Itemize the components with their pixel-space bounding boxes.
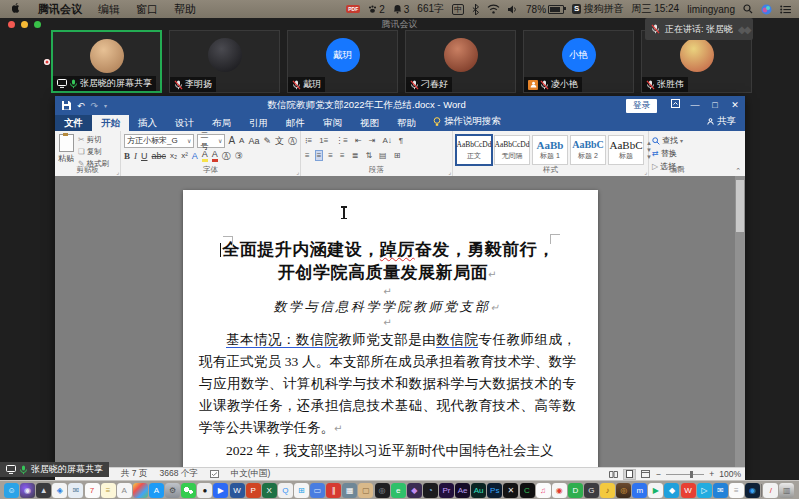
ribbon-display-options-icon[interactable] bbox=[665, 96, 685, 115]
paw-status-icon[interactable]: 2 bbox=[368, 4, 385, 15]
participant-tile[interactable]: 小艳凌小艳 bbox=[523, 30, 634, 93]
line-spacing-button[interactable]: ⇅ bbox=[364, 151, 373, 160]
spotlight-search-icon[interactable] bbox=[743, 4, 753, 14]
dock-display-prefs[interactable]: ▭ bbox=[310, 483, 325, 498]
zoom-out-button[interactable]: − bbox=[656, 469, 661, 479]
font-dialog-launcher[interactable]: ⌟ bbox=[296, 168, 299, 175]
dock-premiere[interactable]: Pr bbox=[439, 483, 454, 498]
volume-icon[interactable] bbox=[508, 5, 518, 14]
document-page[interactable]: 全面提升内涵建设，踔厉奋发，勇毅前行， 开创学院高质量发展新局面↵ ↵ 数学与信… bbox=[183, 190, 598, 467]
participant-tile[interactable]: 李明扬 bbox=[169, 30, 280, 93]
battery-indicator[interactable]: 78% bbox=[526, 4, 564, 15]
character-shading-button[interactable]: Ⓐ bbox=[222, 150, 231, 162]
language-status[interactable]: 中文(中国) bbox=[231, 468, 271, 480]
participant-tile[interactable]: 张居晓的屏幕共享 bbox=[51, 30, 162, 93]
style-card-标题 2[interactable]: AaBbC标题 2 bbox=[570, 135, 606, 165]
increase-indent-button[interactable]: ⇥ bbox=[368, 136, 377, 145]
bell-status-icon[interactable]: 3 bbox=[393, 4, 410, 15]
style-card-正文[interactable]: AaBbCcDd正文 bbox=[456, 135, 492, 165]
dock-mail[interactable]: ✉ bbox=[68, 483, 83, 498]
dock-itunes[interactable]: ♫ bbox=[536, 483, 551, 498]
dock-pdf-reader[interactable]: / bbox=[763, 483, 778, 498]
read-mode-icon[interactable] bbox=[608, 470, 619, 479]
participant-tile[interactable]: 刁春好 bbox=[405, 30, 516, 93]
dock-docs-app[interactable]: ≡ bbox=[729, 483, 744, 498]
dock-textedit[interactable]: A bbox=[117, 483, 132, 498]
dock-cinema4d[interactable]: ◔ bbox=[423, 483, 438, 498]
tab-开始[interactable]: 开始 bbox=[92, 115, 129, 131]
font-name-combo[interactable]: 方正小标宋_G∨ bbox=[124, 134, 194, 148]
tab-文件[interactable]: 文件 bbox=[55, 115, 92, 131]
phonetic-guide-button[interactable]: 文 bbox=[275, 135, 284, 147]
dock-green-swirl-app[interactable]: e bbox=[391, 483, 406, 498]
pdf-menubar-icon[interactable]: PDF bbox=[346, 5, 360, 13]
paragraph-dialog-launcher[interactable]: ⌟ bbox=[448, 168, 451, 175]
clear-format-button[interactable]: ✎ bbox=[263, 135, 271, 147]
underline-button[interactable]: U bbox=[141, 150, 148, 162]
dock-media-player[interactable]: ◉ bbox=[745, 483, 760, 498]
participant-tile[interactable]: 戴玥戴玥 bbox=[287, 30, 398, 93]
tab-邮件[interactable]: 邮件 bbox=[277, 115, 314, 131]
tab-设计[interactable]: 设计 bbox=[166, 115, 203, 131]
dock-microsoft-app[interactable]: ⊞ bbox=[294, 483, 309, 498]
dock-mindmap-app[interactable]: m bbox=[632, 483, 647, 498]
signin-button[interactable]: 登录 bbox=[626, 99, 657, 113]
superscript-button[interactable]: x² bbox=[181, 150, 188, 162]
bullets-button[interactable]: ⁝≡ bbox=[304, 136, 313, 145]
cut-button[interactable]: ✂ 剪切 bbox=[78, 135, 109, 145]
dock-calendar[interactable]: 7 bbox=[85, 483, 100, 498]
dock-photoshop[interactable]: Ps bbox=[487, 483, 502, 498]
print-layout-icon[interactable] bbox=[624, 470, 635, 479]
dock-after-effects[interactable]: Ae bbox=[455, 483, 470, 498]
tellme-box[interactable]: 操作说明搜索 bbox=[425, 115, 509, 131]
align-right-button[interactable]: ≡ bbox=[327, 151, 334, 160]
undo-icon[interactable]: ↶ bbox=[77, 101, 85, 111]
save-icon[interactable] bbox=[62, 101, 71, 110]
dock-qq[interactable]: ● bbox=[197, 483, 212, 498]
menu-app-name[interactable]: 腾讯会议 bbox=[38, 0, 82, 18]
dock-system-preferences[interactable]: ⚙ bbox=[165, 483, 180, 498]
strikethrough-button[interactable]: abc bbox=[152, 150, 167, 162]
dock-tencent-video[interactable]: ▶ bbox=[648, 483, 663, 498]
dock-pdf-expert[interactable]: ◉ bbox=[552, 483, 567, 498]
close-window-button[interactable] bbox=[8, 21, 15, 28]
copy-button[interactable]: ❏ 复制 bbox=[78, 147, 109, 157]
dock-wps[interactable]: W bbox=[681, 483, 696, 498]
style-card-标题[interactable]: AaBbC标题 bbox=[608, 135, 644, 165]
close-button[interactable]: ✕ bbox=[725, 96, 745, 115]
numbering-button[interactable]: 1≡ bbox=[318, 136, 329, 145]
collapse-ribbon-icon[interactable]: ⌃ bbox=[735, 167, 741, 175]
replace-button[interactable]: ⇄替换 bbox=[652, 148, 702, 159]
share-button[interactable]: 共享 bbox=[698, 115, 745, 131]
minimize-window-button[interactable] bbox=[21, 21, 28, 28]
ime-status-icon[interactable]: 中 bbox=[452, 4, 464, 15]
italic-button[interactable]: I bbox=[134, 150, 137, 162]
dock-finder[interactable]: ☺ bbox=[4, 483, 19, 498]
text-effects-button[interactable]: A bbox=[192, 150, 198, 162]
siri-menubar-icon[interactable] bbox=[761, 4, 772, 15]
dock-audition[interactable]: Au bbox=[471, 483, 486, 498]
decrease-indent-button[interactable]: ⇤ bbox=[354, 136, 363, 145]
apple-menu-icon[interactable] bbox=[12, 3, 22, 15]
zoom-slider-thumb[interactable] bbox=[690, 471, 693, 478]
dock-dark-circle-app[interactable]: ◎ bbox=[375, 483, 390, 498]
scrollbar-thumb[interactable] bbox=[736, 180, 744, 232]
dock-black-editor-app[interactable]: ✕ bbox=[503, 483, 518, 498]
grow-font-button[interactable]: A bbox=[228, 135, 235, 147]
font-color-button[interactable]: A bbox=[212, 150, 218, 162]
subscript-button[interactable]: x₂ bbox=[170, 150, 177, 162]
menu-help[interactable]: 帮助 bbox=[174, 0, 196, 18]
dock-word[interactable]: W bbox=[230, 483, 245, 498]
dock-excel[interactable]: X bbox=[262, 483, 277, 498]
dock-tencent-meeting[interactable]: ▶ bbox=[213, 483, 228, 498]
word-count[interactable]: 3668 个字 bbox=[159, 468, 197, 480]
minimize-button[interactable]: — bbox=[685, 96, 705, 115]
web-layout-icon[interactable] bbox=[640, 470, 651, 479]
distribute-button[interactable]: ≣ bbox=[351, 151, 360, 160]
dock-blue-app[interactable]: ◆ bbox=[664, 483, 679, 498]
dock-dictionary-app[interactable]: D bbox=[568, 483, 583, 498]
dock-final-cut-pro[interactable]: ◆ bbox=[407, 483, 422, 498]
align-center-button[interactable]: ≡ bbox=[316, 151, 323, 160]
bluetooth-icon[interactable] bbox=[472, 4, 479, 15]
dock-bag-app[interactable]: ▢ bbox=[358, 483, 373, 498]
